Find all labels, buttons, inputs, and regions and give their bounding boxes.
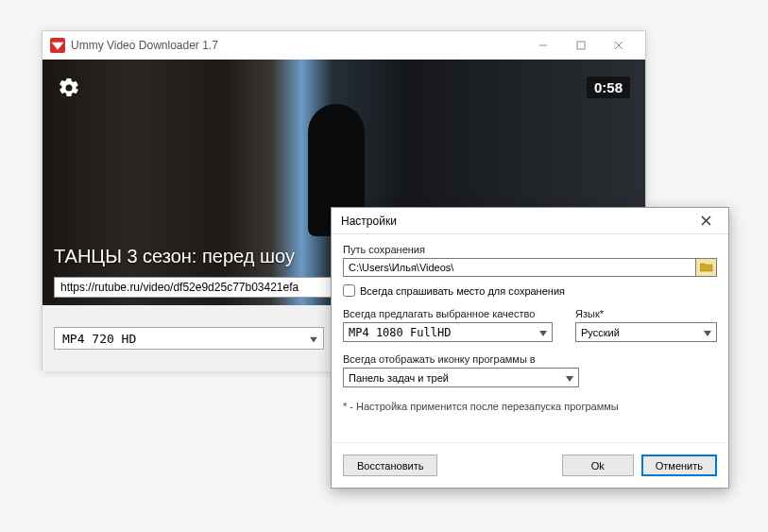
window-title: Ummy Video Downloader 1.7: [71, 39, 524, 52]
settings-dialog: Настройки Путь сохранения Всегда спрашив…: [331, 207, 729, 489]
cancel-button[interactable]: Отменить: [641, 455, 717, 476]
video-title: ТАНЦЫ 3 сезон: перед шоу: [54, 246, 295, 267]
format-select[interactable]: MP4 720 HD: [54, 327, 324, 350]
maximize-button[interactable]: [562, 32, 600, 59]
svg-rect-1: [577, 42, 585, 49]
dialog-close-button[interactable]: [692, 209, 719, 233]
dialog-title: Настройки: [341, 215, 692, 228]
folder-icon: [700, 263, 713, 272]
language-selected-value: Русский: [581, 327, 620, 338]
icon-display-selected-value: Панель задач и трей: [349, 372, 449, 384]
format-selected-value: MP4 720 HD: [62, 332, 136, 346]
video-duration: 0:58: [587, 77, 630, 98]
always-ask-label: Всегда спрашивать место для сохранения: [360, 285, 565, 297]
dialog-body: Путь сохранения Всегда спрашивать место …: [332, 234, 728, 442]
chevron-down-icon: [566, 372, 573, 384]
quality-label: Всегда предлагать выбранное качество: [343, 308, 553, 319]
save-path-label: Путь сохранения: [343, 244, 717, 255]
restore-button[interactable]: Восстановить: [343, 455, 437, 476]
always-ask-checkbox[interactable]: [343, 284, 355, 297]
quality-selected-value: MP4 1080 FullHD: [349, 326, 451, 339]
browse-button[interactable]: [696, 258, 717, 277]
ok-button[interactable]: Ok: [562, 455, 634, 476]
app-icon: [50, 38, 65, 53]
icon-display-select[interactable]: Панель задач и трей: [343, 368, 579, 387]
dialog-titlebar: Настройки: [332, 208, 728, 234]
minimize-button[interactable]: [524, 32, 562, 59]
settings-button[interactable]: [58, 77, 80, 99]
close-icon: [701, 215, 711, 226]
quality-select[interactable]: MP4 1080 FullHD: [343, 322, 553, 342]
icon-display-label: Всегда отображать иконку программы в: [343, 353, 579, 365]
save-path-input[interactable]: [343, 258, 696, 277]
gear-icon: [58, 77, 80, 99]
language-label: Язык*: [575, 308, 717, 319]
url-input[interactable]: [54, 277, 337, 298]
chevron-down-icon: [704, 327, 711, 338]
language-select[interactable]: Русский: [575, 322, 717, 342]
chevron-down-icon: [310, 332, 317, 346]
chevron-down-icon: [539, 326, 547, 339]
titlebar: Ummy Video Downloader 1.7: [43, 31, 645, 60]
restart-note: * - Настройка применится после перезапус…: [343, 401, 717, 412]
dialog-footer: Восстановить Ok Отменить: [332, 442, 728, 488]
close-button[interactable]: [600, 32, 638, 59]
